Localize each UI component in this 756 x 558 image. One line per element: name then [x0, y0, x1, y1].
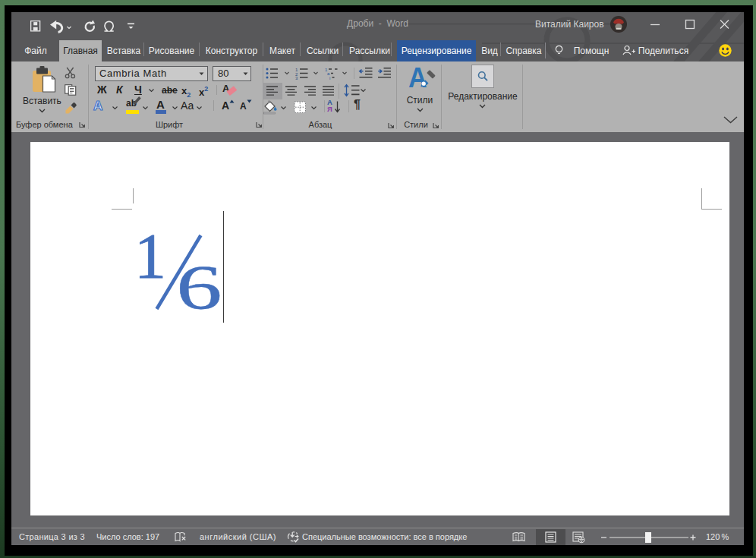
svg-text:3: 3 — [295, 76, 298, 80]
svg-text:i: i — [329, 76, 330, 80]
